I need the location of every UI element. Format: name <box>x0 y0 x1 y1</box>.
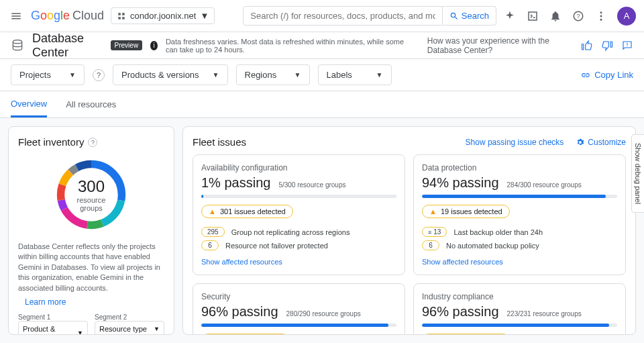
issue-count-pill: 6 <box>422 240 439 250</box>
products-filter[interactable]: Products & versions▼ <box>113 64 228 85</box>
copy-link-button[interactable]: Copy Link <box>581 70 633 80</box>
warning-icon: ▲ <box>209 207 216 215</box>
fleet-inventory-title: Fleet inventory ? <box>18 136 164 148</box>
svg-point-5 <box>13 40 21 43</box>
fleet-inventory-help-icon[interactable]: ? <box>88 138 97 147</box>
issue-count-pill: ≡13 <box>422 227 447 237</box>
passing-percentage: 1% passing <box>201 175 270 191</box>
thumb-up-icon[interactable] <box>581 40 593 52</box>
svg-text:?: ? <box>576 13 580 19</box>
project-picker[interactable]: condor.joonix.net ▼ <box>111 7 215 24</box>
issues-detected-badge[interactable]: ▲301 issues detected <box>201 205 293 218</box>
donut-value: 300 <box>78 177 105 196</box>
svg-point-4 <box>600 18 602 20</box>
issue-card: Security 96% passing280/290 resource gro… <box>193 283 405 335</box>
thumb-down-icon[interactable] <box>601 40 613 52</box>
experience-question: How was your experience with the Databas… <box>427 36 573 55</box>
fleet-inventory-donut: 300 resource groups <box>51 154 131 235</box>
issue-row[interactable]: ≡13Last backup older than 24h <box>422 227 617 237</box>
labels-filter[interactable]: Labels▼ <box>318 64 392 85</box>
projects-help-icon[interactable]: ? <box>93 69 105 81</box>
issue-row[interactable]: 6Resource not failover protected <box>201 240 396 250</box>
issue-card: Data protection 94% passing284/300 resou… <box>413 154 626 275</box>
svg-point-7 <box>627 46 627 46</box>
progress-bar <box>201 324 396 327</box>
progress-bar <box>422 324 617 327</box>
passing-percentage: 96% passing <box>201 304 278 320</box>
issue-row[interactable]: 6No automated backup policy <box>422 240 617 250</box>
issues-detected-badge[interactable]: ▲75 issues detected <box>422 334 510 335</box>
segment1-dropdown[interactable]: Product & version▼ <box>18 321 88 335</box>
chevron-down-icon: ▼ <box>213 71 219 79</box>
chevron-down-icon: ▼ <box>294 71 301 79</box>
show-affected-link[interactable]: Show affected resources <box>422 258 503 266</box>
learn-more-link[interactable]: Learn more <box>25 297 66 307</box>
bell-icon[interactable] <box>549 9 562 23</box>
passing-percentage: 96% passing <box>422 304 499 320</box>
search-box[interactable] <box>243 6 443 26</box>
fleet-issues-title: Fleet issues <box>193 136 453 148</box>
more-icon[interactable] <box>594 9 608 23</box>
segment2-dropdown[interactable]: Resource type▼ <box>95 321 164 335</box>
issue-row[interactable]: 295Group not replicating across regions <box>201 227 396 237</box>
show-affected-link[interactable]: Show affected resources <box>201 258 282 266</box>
avatar[interactable]: A <box>617 7 636 26</box>
search-input[interactable] <box>250 11 435 21</box>
preview-badge: Preview <box>111 40 143 50</box>
progress-bar <box>422 195 617 198</box>
progress-bar <box>201 195 396 198</box>
debug-panel-toggle[interactable]: Show debug panel <box>631 134 644 213</box>
card-title: Availability configuration <box>201 163 396 173</box>
customize-button[interactable]: Customize <box>576 138 626 147</box>
chevron-down-icon: ▼ <box>200 11 209 21</box>
gemini-icon[interactable] <box>503 9 517 23</box>
svg-point-3 <box>600 15 602 17</box>
tab-overview[interactable]: Overview <box>11 92 47 117</box>
menu-icon[interactable] <box>8 8 24 24</box>
fleet-inventory-description: Database Center reflects only the projec… <box>18 242 164 293</box>
tab-all-resources[interactable]: All resources <box>66 93 116 116</box>
issue-count-pill: 295 <box>201 227 225 237</box>
info-icon[interactable]: i <box>150 41 158 50</box>
google-cloud-logo[interactable]: Google Cloud <box>31 9 104 23</box>
svg-point-2 <box>600 11 602 13</box>
help-icon[interactable]: ? <box>572 9 585 23</box>
database-icon <box>11 38 24 53</box>
card-title: Security <box>201 292 396 301</box>
chevron-down-icon: ▼ <box>376 71 383 79</box>
issue-count-pill: 6 <box>201 240 219 250</box>
passing-percentage: 94% passing <box>422 175 499 191</box>
issue-card: Availability configuration 1% passing5/3… <box>193 154 405 275</box>
show-passing-button[interactable]: Show passing issue checks <box>466 138 564 147</box>
card-title: Data protection <box>422 163 617 173</box>
chevron-down-icon: ▼ <box>69 71 76 79</box>
card-title: Industry compliance <box>422 292 617 301</box>
issues-detected-badge[interactable]: ▲19 issues detected <box>422 205 510 218</box>
data-freshness-text: Data freshness varies. Most data is refr… <box>166 38 411 54</box>
page-title: Database Center <box>32 32 103 60</box>
issue-card: Industry compliance 96% passing223/231 r… <box>413 283 626 335</box>
issues-detected-badge[interactable]: ▲24 issues detected <box>201 334 289 335</box>
feedback-icon[interactable] <box>621 40 633 52</box>
warning-icon: ▲ <box>429 207 437 215</box>
regions-filter[interactable]: Regions▼ <box>236 64 310 85</box>
search-button[interactable]: Search <box>443 6 496 26</box>
terminal-icon[interactable] <box>526 9 539 23</box>
projects-filter[interactable]: Projects▼ <box>11 64 85 85</box>
